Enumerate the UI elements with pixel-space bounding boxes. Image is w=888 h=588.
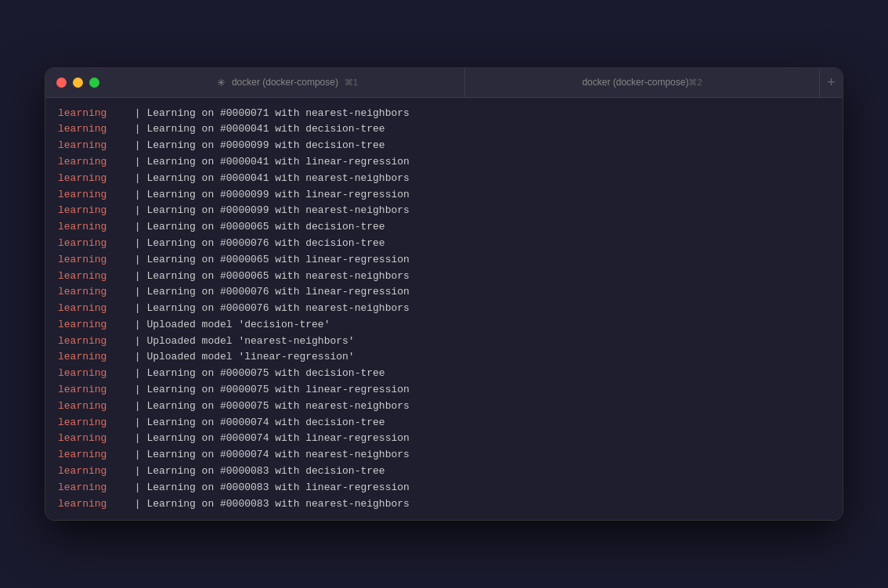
maximize-button[interactable] — [89, 78, 99, 88]
log-message-text: | Learning on #0000099 with linear-regre… — [128, 187, 410, 204]
service-label: learning — [58, 269, 128, 285]
log-line: learning | Learning on #0000076 with lin… — [58, 284, 830, 301]
log-line: learning | Learning on #0000065 with lin… — [58, 252, 830, 269]
new-tab-button[interactable]: + — [819, 68, 843, 97]
service-label: learning — [58, 366, 128, 382]
service-label: learning — [58, 236, 128, 252]
close-button[interactable] — [56, 78, 67, 88]
service-label: learning — [58, 464, 128, 480]
service-label: learning — [58, 252, 128, 269]
log-message-text: | Learning on #0000074 with linear-regre… — [128, 431, 410, 447]
terminal-content: learning | Learning on #0000071 with nea… — [45, 98, 843, 521]
service-label: learning — [58, 121, 128, 138]
service-label: learning — [58, 480, 128, 496]
log-message-text: | Learning on #0000041 with linear-regre… — [128, 154, 410, 171]
log-line: learning | Learning on #0000071 with nea… — [58, 106, 830, 122]
tab-1-label: docker (docker-compose) — [232, 77, 338, 88]
service-label: learning — [58, 431, 128, 447]
service-label: learning — [58, 203, 128, 219]
service-label: learning — [58, 106, 128, 122]
log-line: learning | Learning on #0000099 with lin… — [58, 187, 830, 204]
log-line: learning | Learning on #0000075 with dec… — [58, 366, 830, 382]
log-line: learning | Learning on #0000083 with dec… — [58, 464, 830, 480]
log-line: learning | Learning on #0000041 with nea… — [58, 171, 830, 187]
log-line: learning | Learning on #0000041 with dec… — [58, 121, 830, 138]
service-label: learning — [58, 154, 128, 171]
title-bar: ✳ docker (docker-compose) ⌘1 docker (doc… — [45, 68, 843, 98]
service-label: learning — [58, 334, 128, 350]
log-line: learning | Learning on #0000076 with dec… — [58, 236, 830, 252]
log-line: learning | Learning on #0000041 with lin… — [58, 154, 830, 171]
log-message-text: | Learning on #0000075 with nearest-neig… — [128, 399, 410, 415]
log-message-text: | Learning on #0000075 with linear-regre… — [128, 382, 410, 399]
log-message-text: | Learning on #0000076 with nearest-neig… — [128, 301, 410, 317]
service-label: learning — [58, 187, 128, 204]
tab-2-label: docker (docker-compose) — [582, 77, 688, 88]
log-message-text: | Learning on #0000075 with decision-tre… — [128, 366, 385, 382]
log-line: learning | Learning on #0000074 with dec… — [58, 415, 830, 431]
log-message-text: | Learning on #0000076 with decision-tre… — [128, 236, 385, 252]
log-message-text: | Uploaded model 'nearest-neighbors' — [128, 334, 355, 350]
log-line: learning | Uploaded model 'linear-regres… — [58, 349, 830, 366]
log-line: learning | Learning on #0000074 with nea… — [58, 447, 830, 464]
service-label: learning — [58, 301, 128, 317]
service-label: learning — [58, 138, 128, 154]
terminal-window: ✳ docker (docker-compose) ⌘1 docker (doc… — [45, 67, 843, 521]
traffic-lights — [45, 78, 110, 88]
log-message-text: | Learning on #0000099 with nearest-neig… — [128, 203, 410, 219]
log-line: learning | Learning on #0000083 with lin… — [58, 480, 830, 496]
log-message-text: | Learning on #0000065 with linear-regre… — [128, 252, 410, 269]
service-label: learning — [58, 496, 128, 513]
log-line: learning | Learning on #0000075 with lin… — [58, 382, 830, 399]
service-label: learning — [58, 349, 128, 366]
log-message-text: | Learning on #0000041 with decision-tre… — [128, 121, 385, 138]
log-message-text: | Uploaded model 'linear-regression' — [128, 349, 355, 366]
service-label: learning — [58, 447, 128, 464]
log-message-text: | Learning on #0000074 with nearest-neig… — [128, 447, 410, 464]
log-line: learning | Learning on #0000083 with nea… — [58, 496, 830, 513]
log-message-text: | Uploaded model 'decision-tree' — [128, 317, 330, 334]
service-label: learning — [58, 399, 128, 415]
log-message-text: | Learning on #0000083 with linear-regre… — [128, 480, 410, 496]
log-message-text: | Learning on #0000076 with linear-regre… — [128, 284, 410, 301]
tab-2-shortcut: ⌘2 — [688, 78, 702, 88]
service-label: learning — [58, 219, 128, 236]
log-message-text: | Learning on #0000065 with nearest-neig… — [128, 269, 410, 285]
log-message-text: | Learning on #0000083 with nearest-neig… — [128, 496, 410, 513]
log-line: learning | Uploaded model 'nearest-neigh… — [58, 334, 830, 350]
log-message-text: | Learning on #0000065 with decision-tre… — [128, 219, 385, 236]
log-line: learning | Learning on #0000099 with dec… — [58, 138, 830, 154]
log-line: learning | Learning on #0000074 with lin… — [58, 431, 830, 447]
log-message-text: | Learning on #0000071 with nearest-neig… — [128, 106, 410, 122]
log-line: learning | Learning on #0000065 with nea… — [58, 269, 830, 285]
service-label: learning — [58, 415, 128, 431]
tab-1[interactable]: ✳ docker (docker-compose) ⌘1 — [110, 68, 465, 97]
service-label: learning — [58, 284, 128, 301]
log-line: learning | Learning on #0000075 with nea… — [58, 399, 830, 415]
log-line: learning | Uploaded model 'decision-tree… — [58, 317, 830, 334]
log-message-text: | Learning on #0000074 with decision-tre… — [128, 415, 385, 431]
log-message-text: | Learning on #0000041 with nearest-neig… — [128, 171, 410, 187]
log-message-text: | Learning on #0000083 with decision-tre… — [128, 464, 385, 480]
service-label: learning — [58, 317, 128, 334]
tab-1-shortcut: ⌘1 — [345, 78, 358, 88]
service-label: learning — [58, 382, 128, 399]
log-line: learning | Learning on #0000065 with dec… — [58, 219, 830, 236]
log-message-text: | Learning on #0000099 with decision-tre… — [128, 138, 385, 154]
tab-2[interactable]: docker (docker-compose) ⌘2 — [465, 68, 819, 97]
minimize-button[interactable] — [73, 78, 83, 88]
log-line: learning | Learning on #0000076 with nea… — [58, 301, 830, 317]
loading-spinner: ✳ — [217, 77, 226, 88]
log-line: learning | Learning on #0000099 with nea… — [58, 203, 830, 219]
service-label: learning — [58, 171, 128, 187]
